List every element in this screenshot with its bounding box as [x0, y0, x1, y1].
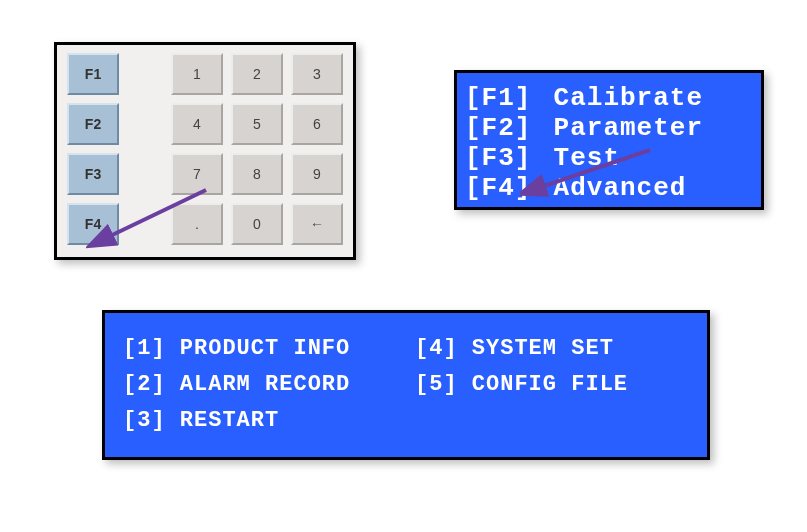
adv-label: ALARM RECORD: [180, 372, 350, 397]
menu-item-test[interactable]: [F3] Test: [465, 143, 753, 173]
menu-tag: [F4]: [465, 173, 537, 203]
keypad-panel: F1 F2 F3 F4 1 2 3 4 5 6 7 8 9 . 0 ←: [54, 42, 356, 260]
menu-item-parameter[interactable]: [F2] Parameter: [465, 113, 753, 143]
adv-item-product-info[interactable]: [1] PRODUCT INFO: [123, 331, 397, 367]
adv-label: RESTART: [180, 408, 279, 433]
function-key-column: F1 F2 F3 F4: [67, 53, 119, 249]
lcd-function-menu: [F1] Calibrate [F2] Parameter [F3] Test …: [454, 70, 764, 210]
adv-tag: [1]: [123, 336, 166, 361]
menu-tag: [F3]: [465, 143, 537, 173]
num-3-key[interactable]: 3: [291, 53, 343, 95]
adv-tag: [3]: [123, 408, 166, 433]
adv-tag: [2]: [123, 372, 166, 397]
menu-item-advanced[interactable]: [F4] Advanced: [465, 173, 753, 203]
num-9-key[interactable]: 9: [291, 153, 343, 195]
adv-tag: [4]: [415, 336, 458, 361]
f4-key[interactable]: F4: [67, 203, 119, 245]
adv-item-empty: [415, 403, 689, 439]
adv-tag: [5]: [415, 372, 458, 397]
adv-label: CONFIG FILE: [472, 372, 628, 397]
num-2-key[interactable]: 2: [231, 53, 283, 95]
menu-label: Test: [554, 143, 620, 173]
adv-label: SYSTEM SET: [472, 336, 614, 361]
menu-tag: [F2]: [465, 113, 537, 143]
backspace-key[interactable]: ←: [291, 203, 343, 245]
num-0-key[interactable]: 0: [231, 203, 283, 245]
adv-label: PRODUCT INFO: [180, 336, 350, 361]
num-4-key[interactable]: 4: [171, 103, 223, 145]
adv-item-alarm-record[interactable]: [2] ALARM RECORD: [123, 367, 397, 403]
menu-label: Parameter: [554, 113, 703, 143]
f1-key[interactable]: F1: [67, 53, 119, 95]
menu-label: Calibrate: [554, 83, 703, 113]
advanced-menu: [1] PRODUCT INFO [4] SYSTEM SET [2] ALAR…: [102, 310, 710, 460]
f3-key[interactable]: F3: [67, 153, 119, 195]
adv-item-config-file[interactable]: [5] CONFIG FILE: [415, 367, 689, 403]
adv-item-system-set[interactable]: [4] SYSTEM SET: [415, 331, 689, 367]
menu-label: Advanced: [554, 173, 687, 203]
f2-key[interactable]: F2: [67, 103, 119, 145]
num-5-key[interactable]: 5: [231, 103, 283, 145]
menu-tag: [F1]: [465, 83, 537, 113]
dot-key[interactable]: .: [171, 203, 223, 245]
adv-item-restart[interactable]: [3] RESTART: [123, 403, 397, 439]
num-6-key[interactable]: 6: [291, 103, 343, 145]
num-8-key[interactable]: 8: [231, 153, 283, 195]
num-1-key[interactable]: 1: [171, 53, 223, 95]
menu-item-calibrate[interactable]: [F1] Calibrate: [465, 83, 753, 113]
num-7-key[interactable]: 7: [171, 153, 223, 195]
numeric-keypad: 1 2 3 4 5 6 7 8 9 . 0 ←: [171, 53, 343, 249]
